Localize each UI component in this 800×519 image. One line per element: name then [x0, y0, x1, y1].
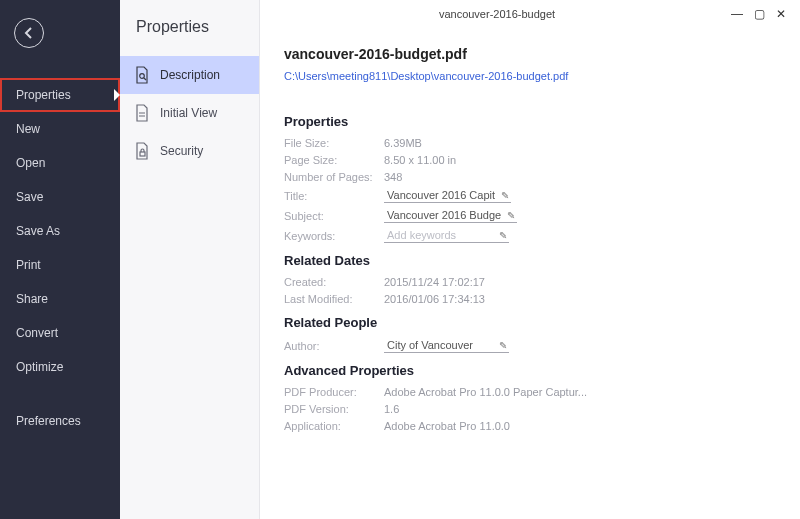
- section-heading-dates: Related Dates: [284, 253, 776, 268]
- subpanel-item-description[interactable]: Description: [120, 56, 259, 94]
- author-field-text: City of Vancouver: [387, 339, 473, 351]
- maximize-button[interactable]: ▢: [748, 7, 770, 21]
- subject-label: Subject:: [284, 210, 384, 222]
- properties-subpanel: Properties Description Initial View Secu…: [120, 0, 260, 519]
- subpanel-item-initial-view[interactable]: Initial View: [120, 94, 259, 132]
- subpanel-title: Properties: [120, 18, 259, 56]
- producer-value: Adobe Acrobat Pro 11.0.0 Paper Captur...: [384, 386, 587, 398]
- pencil-icon: ✎: [499, 230, 507, 241]
- num-pages-value: 348: [384, 171, 402, 183]
- page-size-label: Page Size:: [284, 154, 384, 166]
- close-button[interactable]: ✕: [770, 7, 792, 21]
- version-label: PDF Version:: [284, 403, 384, 415]
- modified-label: Last Modified:: [284, 293, 384, 305]
- content: vancouver-2016-budget.pdf C:\Users\meeti…: [260, 28, 800, 455]
- num-pages-label: Number of Pages:: [284, 171, 384, 183]
- subpanel-item-label: Description: [160, 68, 220, 82]
- title-field-text: Vancouver 2016 Capit: [387, 189, 495, 201]
- rail-item-save-as[interactable]: Save As: [0, 214, 120, 248]
- application-label: Application:: [284, 420, 384, 432]
- keywords-placeholder: Add keywords: [387, 229, 456, 241]
- svg-rect-1: [140, 152, 145, 156]
- author-label: Author:: [284, 340, 384, 352]
- minimize-button[interactable]: —: [726, 7, 748, 21]
- rail-item-convert[interactable]: Convert: [0, 316, 120, 350]
- created-label: Created:: [284, 276, 384, 288]
- title-field[interactable]: Vancouver 2016 Capit✎: [384, 188, 511, 203]
- document-search-icon: [134, 66, 150, 84]
- pencil-icon: ✎: [501, 190, 509, 201]
- rail-item-preferences[interactable]: Preferences: [0, 404, 120, 438]
- subpanel-item-label: Initial View: [160, 106, 217, 120]
- keywords-field[interactable]: Add keywords✎: [384, 228, 509, 243]
- modified-value: 2016/01/06 17:34:13: [384, 293, 485, 305]
- titlebar: vancouver-2016-budget — ▢ ✕: [260, 0, 800, 28]
- author-field[interactable]: City of Vancouver✎: [384, 338, 509, 353]
- document-path-link[interactable]: C:\Users\meeting811\Desktop\vancouver-20…: [284, 70, 568, 82]
- document-lock-icon: [134, 142, 150, 160]
- pencil-icon: ✎: [507, 210, 515, 221]
- file-size-label: File Size:: [284, 137, 384, 149]
- pencil-icon: ✎: [499, 340, 507, 351]
- titlebar-document-name: vancouver-2016-budget: [268, 8, 726, 20]
- section-heading-advanced: Advanced Properties: [284, 363, 776, 378]
- page-size-value: 8.50 x 11.00 in: [384, 154, 456, 166]
- keywords-label: Keywords:: [284, 230, 384, 242]
- document-view-icon: [134, 104, 150, 122]
- rail-item-share[interactable]: Share: [0, 282, 120, 316]
- title-label: Title:: [284, 190, 384, 202]
- back-button[interactable]: [14, 18, 44, 48]
- version-value: 1.6: [384, 403, 399, 415]
- subpanel-item-security[interactable]: Security: [120, 132, 259, 170]
- document-filename: vancouver-2016-budget.pdf: [284, 46, 776, 62]
- rail-item-open[interactable]: Open: [0, 146, 120, 180]
- left-rail: Properties New Open Save Save As Print S…: [0, 0, 120, 519]
- rail-item-new[interactable]: New: [0, 112, 120, 146]
- subpanel-item-label: Security: [160, 144, 203, 158]
- rail-item-properties[interactable]: Properties: [0, 78, 120, 112]
- main-area: vancouver-2016-budget — ▢ ✕ vancouver-20…: [260, 0, 800, 519]
- rail-item-print[interactable]: Print: [0, 248, 120, 282]
- file-size-value: 6.39MB: [384, 137, 422, 149]
- application-value: Adobe Acrobat Pro 11.0.0: [384, 420, 510, 432]
- rail-item-optimize[interactable]: Optimize: [0, 350, 120, 384]
- subject-field[interactable]: Vancouver 2016 Budge✎: [384, 208, 517, 223]
- subject-field-text: Vancouver 2016 Budge: [387, 209, 501, 221]
- rail-item-save[interactable]: Save: [0, 180, 120, 214]
- svg-point-0: [140, 74, 145, 79]
- producer-label: PDF Producer:: [284, 386, 384, 398]
- section-heading-properties: Properties: [284, 114, 776, 129]
- created-value: 2015/11/24 17:02:17: [384, 276, 485, 288]
- chevron-left-icon: [23, 27, 35, 39]
- section-heading-people: Related People: [284, 315, 776, 330]
